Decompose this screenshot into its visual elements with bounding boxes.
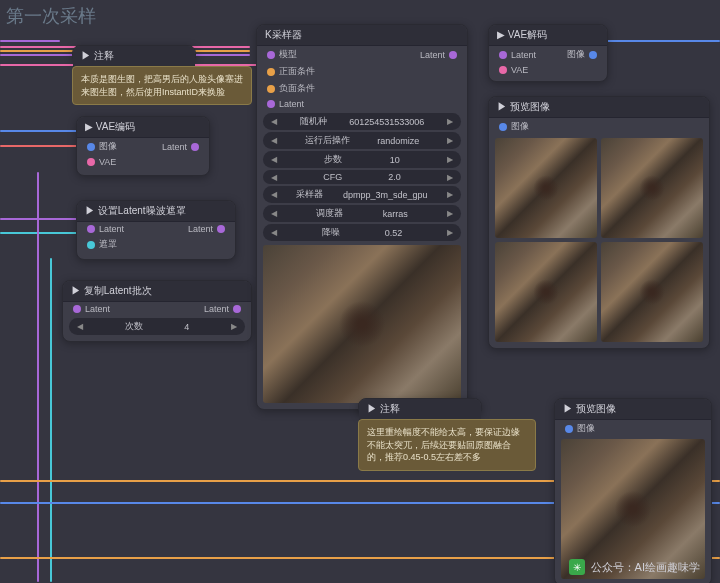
port-dot-icon	[267, 51, 275, 59]
preview-image[interactable]	[495, 242, 597, 342]
param-降噪[interactable]: ◀降噪0.52▶	[263, 224, 461, 241]
port-dot-icon	[499, 66, 507, 74]
port-dot-icon	[87, 158, 95, 166]
chevron-right-icon: ▶	[231, 322, 237, 331]
port-dot-icon	[267, 100, 275, 108]
chevron-left-icon: ◀	[271, 209, 277, 218]
port-latent-in[interactable]: Latent	[63, 302, 116, 316]
wire	[0, 130, 80, 132]
preview-image[interactable]	[561, 439, 705, 579]
chevron-right-icon: ▶	[447, 173, 453, 182]
node-header[interactable]: ▶ VAE解码	[489, 25, 607, 46]
port-latent-out[interactable]: Latent	[182, 222, 235, 236]
preview-image[interactable]	[495, 138, 597, 238]
chevron-right-icon: ▶	[447, 136, 453, 145]
port-dot-icon	[499, 51, 507, 59]
port-dot-icon	[589, 51, 597, 59]
port-vae[interactable]: VAE	[77, 155, 209, 169]
chevron-left-icon: ◀	[271, 155, 277, 164]
port-dot-icon	[449, 51, 457, 59]
port-dot-icon	[87, 241, 95, 249]
node-vae-encode[interactable]: ▶ VAE编码 图像 Latent VAE	[76, 116, 210, 176]
wire	[0, 232, 80, 234]
port-latent-out[interactable]: Latent	[156, 138, 209, 155]
port-image[interactable]: 图像	[489, 118, 709, 135]
port-dot-icon	[267, 68, 275, 76]
param-CFG[interactable]: ◀CFG2.0▶	[263, 170, 461, 184]
port-dot-icon	[565, 425, 573, 433]
port-model[interactable]: 模型	[257, 46, 303, 63]
node-vae-decode[interactable]: ▶ VAE解码 Latent 图像 VAE	[488, 24, 608, 82]
tooltip-2: 这里重绘幅度不能给太高，要保证边缘不能太突兀，后续还要贴回原图融合的，推荐0.4…	[358, 419, 536, 471]
chevron-left-icon: ◀	[271, 190, 277, 199]
chevron-right-icon: ▶	[447, 155, 453, 164]
node-header[interactable]: ▶ 预览图像	[489, 97, 709, 118]
node-header[interactable]: ▶ VAE编码	[77, 117, 209, 138]
port-latent-in[interactable]: Latent	[257, 97, 467, 111]
port-vae[interactable]: VAE	[489, 63, 607, 77]
node-preview-1[interactable]: ▶ 预览图像 图像	[554, 398, 712, 583]
port-latent-out[interactable]: Latent	[198, 302, 251, 316]
port-dot-icon	[191, 143, 199, 151]
chevron-left-icon: ◀	[77, 322, 83, 331]
node-header[interactable]: ▶ 注释	[73, 46, 195, 67]
param-随机种[interactable]: ◀随机种601254531533006▶	[263, 113, 461, 130]
port-dot-icon	[233, 305, 241, 313]
node-header[interactable]: ▶ 注释	[359, 399, 481, 420]
port-dot-icon	[217, 225, 225, 233]
chevron-left-icon: ◀	[271, 136, 277, 145]
tooltip-1: 本质是图生图，把高男后的人脸头像塞进来图生图，然后使用InstantID来换脸	[72, 66, 252, 105]
canvas-title: 第一次采样	[6, 4, 96, 28]
port-dot-icon	[87, 143, 95, 151]
chevron-right-icon: ▶	[447, 228, 453, 237]
port-mask[interactable]: 遮罩	[77, 236, 235, 253]
port-positive[interactable]: 正面条件	[257, 63, 467, 80]
node-ksampler[interactable]: K采样器 模型 Latent 正面条件 负面条件 Latent ◀随机种6012…	[256, 24, 468, 410]
port-negative[interactable]: 负面条件	[257, 80, 467, 97]
chevron-right-icon: ▶	[447, 209, 453, 218]
port-image[interactable]: 图像	[555, 420, 711, 437]
node-annotation-2[interactable]: ▶ 注释	[358, 398, 482, 416]
preview-image[interactable]	[601, 242, 703, 342]
wire	[50, 258, 52, 582]
param-步数[interactable]: ◀步数10▶	[263, 151, 461, 168]
node-header[interactable]: K采样器	[257, 25, 467, 46]
port-latent-out[interactable]: Latent	[414, 46, 467, 63]
chevron-right-icon: ▶	[447, 190, 453, 199]
param-调度器[interactable]: ◀调度器karras▶	[263, 205, 461, 222]
wire	[0, 40, 60, 42]
param-采样器[interactable]: ◀采样器dpmpp_3m_sde_gpu▶	[263, 186, 461, 203]
node-repeat-latent[interactable]: ▶ 复制Latent批次 Latent Latent ◀次数4▶	[62, 280, 252, 342]
port-image[interactable]: 图像	[77, 138, 123, 155]
port-dot-icon	[73, 305, 81, 313]
preview-image	[263, 245, 461, 403]
port-dot-icon	[267, 85, 275, 93]
wire	[0, 145, 80, 147]
port-dot-icon	[499, 123, 507, 131]
port-dot-icon	[87, 225, 95, 233]
wire	[37, 172, 39, 582]
port-latent[interactable]: Latent	[489, 46, 542, 63]
watermark: ✳ 公众号：AI绘画趣味学	[569, 559, 700, 575]
chevron-left-icon: ◀	[271, 117, 277, 126]
port-image-out[interactable]: 图像	[561, 46, 607, 63]
preview-image[interactable]	[601, 138, 703, 238]
chevron-right-icon: ▶	[447, 117, 453, 126]
param-运行后操作[interactable]: ◀运行后操作randomize▶	[263, 132, 461, 149]
node-annotation-1[interactable]: ▶ 注释	[72, 45, 196, 63]
node-header[interactable]: ▶ 复制Latent批次	[63, 281, 251, 302]
wire	[602, 40, 720, 42]
param-count[interactable]: ◀次数4▶	[69, 318, 245, 335]
wechat-icon: ✳	[569, 559, 585, 575]
node-set-latent-mask[interactable]: ▶ 设置Latent噪波遮罩 Latent Latent 遮罩	[76, 200, 236, 260]
chevron-left-icon: ◀	[271, 228, 277, 237]
node-preview-4[interactable]: ▶ 预览图像 图像	[488, 96, 710, 349]
node-header[interactable]: ▶ 设置Latent噪波遮罩	[77, 201, 235, 222]
node-header[interactable]: ▶ 预览图像	[555, 399, 711, 420]
chevron-left-icon: ◀	[271, 173, 277, 182]
port-latent-in[interactable]: Latent	[77, 222, 130, 236]
wire	[0, 218, 80, 220]
